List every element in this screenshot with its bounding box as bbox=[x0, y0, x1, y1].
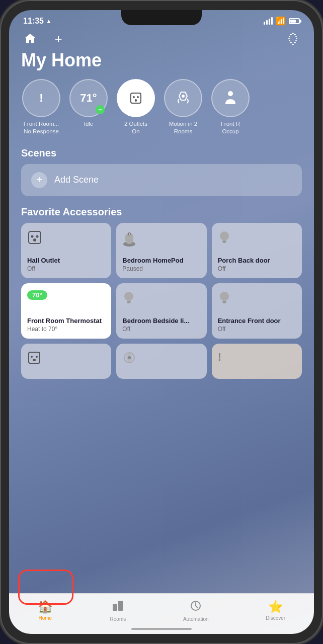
svg-rect-8 bbox=[295, 40, 297, 41]
svg-rect-3 bbox=[289, 36, 290, 37]
rooms-tab-label: Rooms bbox=[110, 616, 126, 622]
partial-tile-2[interactable] bbox=[116, 344, 206, 379]
thermostat-status: Heat to 70° bbox=[27, 326, 105, 333]
svg-rect-0 bbox=[292, 33, 294, 34]
partial-icon-3: ! bbox=[218, 351, 296, 364]
favorites-label: Favorite Accessories bbox=[21, 206, 302, 218]
svg-rect-35 bbox=[223, 302, 226, 303]
svg-rect-39 bbox=[33, 359, 36, 361]
page-title: My Home bbox=[21, 50, 302, 71]
svg-rect-32 bbox=[127, 302, 130, 303]
svg-point-13 bbox=[133, 96, 135, 98]
temperature-value: 71° bbox=[80, 92, 97, 105]
entrance-front-door-status: Off bbox=[218, 326, 296, 333]
svg-point-27 bbox=[220, 231, 229, 240]
tab-rooms[interactable]: Rooms bbox=[102, 598, 134, 624]
tab-discover[interactable]: ⭐ Discover bbox=[258, 598, 293, 624]
time-display: 11:35 bbox=[23, 17, 44, 26]
svg-rect-34 bbox=[222, 301, 226, 302]
svg-rect-4 bbox=[295, 36, 297, 37]
tile-entrance-front-door[interactable]: Entrance Front door Off bbox=[212, 283, 302, 339]
status-circle-front-room[interactable]: ! Front Room...No Response bbox=[21, 79, 61, 135]
tile-porch-back-door[interactable]: Porch Back door Off bbox=[212, 223, 302, 278]
svg-point-37 bbox=[31, 356, 33, 358]
tile-icon-outlet bbox=[27, 230, 105, 247]
svg-point-21 bbox=[36, 235, 39, 237]
hall-outlet-name: Hall Outlet bbox=[27, 257, 105, 265]
porch-back-door-status: Off bbox=[218, 265, 296, 272]
exclamation-icon: ! bbox=[39, 92, 43, 105]
svg-point-18 bbox=[228, 91, 233, 96]
front-room-label: Front Room...No Response bbox=[24, 120, 59, 135]
svg-rect-36 bbox=[29, 352, 40, 363]
home-indicator bbox=[131, 628, 192, 630]
svg-rect-1 bbox=[290, 34, 292, 35]
svg-rect-6 bbox=[296, 38, 297, 39]
partial-tile-3[interactable]: ! bbox=[212, 344, 302, 379]
occupied-label: Front ROccup bbox=[221, 120, 240, 135]
entrance-front-door-name: Entrance Front door bbox=[218, 317, 296, 326]
header-icons-left: + bbox=[21, 30, 67, 48]
add-button[interactable]: + bbox=[49, 30, 67, 48]
svg-rect-29 bbox=[223, 242, 226, 243]
thermostat-name: Front Room Thermostat bbox=[27, 317, 105, 326]
svg-rect-7 bbox=[289, 40, 290, 41]
home-tab-icon: 🏠 bbox=[38, 600, 53, 614]
svg-rect-11 bbox=[292, 44, 294, 45]
svg-rect-15 bbox=[135, 99, 137, 102]
header-row: + bbox=[21, 30, 302, 48]
motion-icon bbox=[175, 90, 191, 106]
phone-frame: 11:35 ▲ 📶 bbox=[0, 0, 323, 644]
idle-label: Idle bbox=[84, 120, 94, 128]
svg-rect-22 bbox=[33, 238, 36, 242]
add-scene-label: Add Scene bbox=[54, 175, 99, 185]
svg-point-20 bbox=[31, 235, 34, 237]
status-left: 11:35 ▲ bbox=[23, 17, 52, 26]
tile-icon-bulb-porch bbox=[218, 230, 296, 248]
location-icon: ▲ bbox=[46, 18, 52, 25]
partial-tile-1[interactable] bbox=[21, 344, 111, 379]
svg-rect-10 bbox=[294, 42, 296, 43]
status-circle-idle[interactable]: 71° − Idle bbox=[68, 79, 109, 135]
status-circle-motion[interactable]: Motion in 2Rooms bbox=[163, 79, 203, 135]
svg-rect-5 bbox=[288, 38, 290, 39]
battery-icon bbox=[289, 18, 300, 24]
add-scene-icon: + bbox=[31, 172, 47, 188]
svg-rect-9 bbox=[290, 42, 292, 43]
partial-icon-1 bbox=[27, 351, 41, 365]
bedroom-bedside-status: Off bbox=[122, 326, 200, 333]
svg-rect-42 bbox=[113, 604, 117, 611]
tile-icon-homepod: 🎙 bbox=[122, 230, 200, 249]
svg-rect-2 bbox=[294, 34, 296, 35]
svg-rect-31 bbox=[127, 301, 131, 302]
hall-outlet-status: Off bbox=[27, 265, 105, 272]
svg-point-17 bbox=[182, 95, 185, 98]
porch-back-door-name: Porch Back door bbox=[218, 257, 296, 265]
scenes-label: Scenes bbox=[21, 147, 302, 159]
status-circle-occupied[interactable]: Front ROccup bbox=[210, 79, 251, 135]
tile-bedroom-homepod[interactable]: 🎙 Bedroom HomePod Paused bbox=[116, 223, 206, 278]
automation-tab-icon bbox=[190, 600, 202, 615]
svg-point-38 bbox=[36, 356, 38, 358]
home-button[interactable] bbox=[21, 30, 39, 48]
rooms-tab-icon bbox=[112, 600, 124, 615]
thermostat-badge: 70° bbox=[27, 290, 47, 300]
status-circle-outlets[interactable]: 2 OutletsOn bbox=[116, 79, 156, 135]
tile-front-room-thermostat[interactable]: 70° Front Room Thermostat Heat to 70° bbox=[21, 283, 111, 339]
status-circles: ! Front Room...No Response 71° − Idle bbox=[21, 79, 302, 135]
svg-point-30 bbox=[124, 292, 133, 301]
voice-button[interactable] bbox=[284, 30, 302, 48]
discover-tab-label: Discover bbox=[266, 615, 285, 621]
tile-bedroom-bedside[interactable]: Bedroom Bedside li... Off bbox=[116, 283, 206, 339]
svg-rect-28 bbox=[222, 240, 226, 242]
tab-automation[interactable]: Automation bbox=[175, 598, 217, 624]
bedroom-homepod-name: Bedroom HomePod bbox=[122, 257, 200, 265]
phone-screen: 11:35 ▲ 📶 bbox=[9, 10, 314, 634]
tile-hall-outlet[interactable]: Hall Outlet Off bbox=[21, 223, 111, 278]
outlet-icon bbox=[128, 91, 143, 106]
add-scene-button[interactable]: + Add Scene bbox=[21, 164, 302, 196]
tab-home[interactable]: 🏠 Home bbox=[30, 598, 61, 624]
partial-icon-2 bbox=[122, 351, 136, 365]
discover-tab-icon: ⭐ bbox=[268, 600, 283, 614]
favorites-section: Favorite Accessories bbox=[21, 206, 302, 379]
